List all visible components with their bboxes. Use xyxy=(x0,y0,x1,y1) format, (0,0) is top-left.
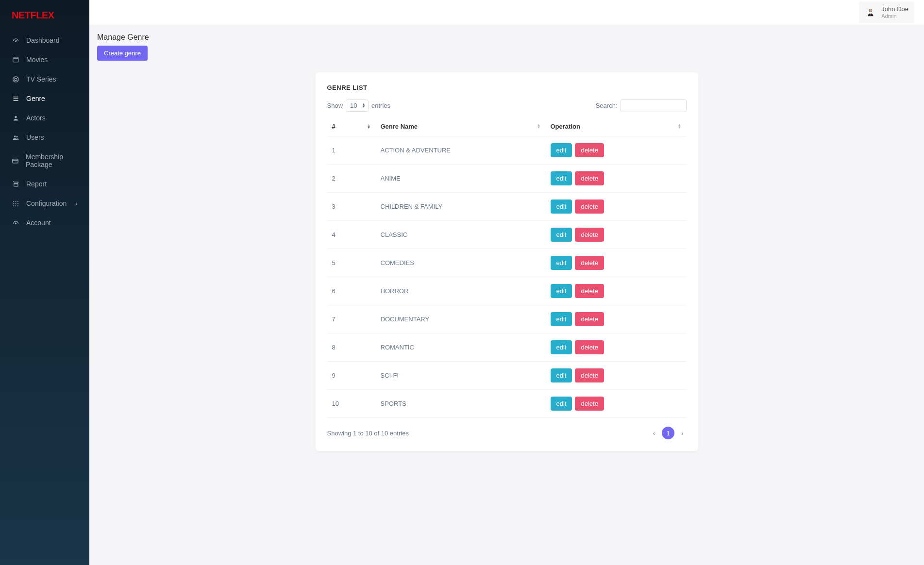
table-controls: Show 10 ▲▼ entries Search: xyxy=(327,99,687,112)
create-genre-button[interactable]: Create genre xyxy=(97,46,148,61)
search-control: Search: xyxy=(596,99,687,112)
sidebar-item-report[interactable]: Report xyxy=(0,174,89,194)
sidebar-item-label: Account xyxy=(26,219,51,227)
table-row: 2ANIMEeditdelete xyxy=(327,165,687,193)
row-number: 2 xyxy=(327,165,376,193)
row-genre-name: CLASSIC xyxy=(376,221,546,249)
row-operation: editdelete xyxy=(546,333,687,362)
delete-button[interactable]: delete xyxy=(575,284,604,298)
svg-rect-10 xyxy=(13,159,18,163)
svg-point-21 xyxy=(17,205,18,206)
edit-button[interactable]: edit xyxy=(551,199,572,214)
sort-icon: ▲▼ xyxy=(678,124,682,129)
row-genre-name: ACTION & ADVENTURE xyxy=(376,136,546,165)
svg-point-17 xyxy=(15,203,16,204)
table-row: 9SCI-FIeditdelete xyxy=(327,362,687,390)
table-row: 1ACTION & ADVENTUREeditdelete xyxy=(327,136,687,165)
logo-text: NETFLEX xyxy=(12,10,54,20)
delete-button[interactable]: delete xyxy=(575,312,604,326)
svg-point-15 xyxy=(17,201,18,202)
row-operation: editdelete xyxy=(546,193,687,221)
search-input[interactable] xyxy=(621,99,687,112)
table-row: 8ROMANTICeditdelete xyxy=(327,333,687,362)
edit-button[interactable]: edit xyxy=(551,340,572,354)
user-menu[interactable]: John Doe Admin xyxy=(859,1,914,23)
edit-button[interactable]: edit xyxy=(551,397,572,411)
sidebar-item-tvseries[interactable]: TV Series xyxy=(0,69,89,89)
row-number: 1 xyxy=(327,136,376,165)
svg-point-19 xyxy=(13,205,14,206)
genre-table: # ▲▼ Genre Name ▲▼ Operation ▲▼ xyxy=(327,117,687,418)
svg-point-16 xyxy=(13,203,14,204)
logo: NETFLEX xyxy=(0,0,89,31)
svg-point-13 xyxy=(13,201,14,202)
row-genre-name: ROMANTIC xyxy=(376,333,546,362)
delete-button[interactable]: delete xyxy=(575,397,604,411)
sidebar-item-account[interactable]: Account xyxy=(0,213,89,233)
tvseries-icon xyxy=(12,75,19,83)
sidebar-item-genre[interactable]: Genre xyxy=(0,89,89,108)
sidebar-item-label: Dashboard xyxy=(26,36,60,44)
svg-point-18 xyxy=(17,203,18,204)
dashboard-icon xyxy=(12,36,19,44)
row-number: 7 xyxy=(327,305,376,333)
delete-button[interactable]: delete xyxy=(575,368,604,382)
row-operation: editdelete xyxy=(546,277,687,305)
chevron-right-icon: › xyxy=(75,199,78,207)
svg-point-3 xyxy=(15,78,17,81)
delete-button[interactable]: delete xyxy=(575,228,604,242)
edit-button[interactable]: edit xyxy=(551,143,572,157)
delete-button[interactable]: delete xyxy=(575,199,604,214)
edit-button[interactable]: edit xyxy=(551,312,572,326)
delete-button[interactable]: delete xyxy=(575,256,604,270)
row-genre-name: ANIME xyxy=(376,165,546,193)
sort-icon: ▲▼ xyxy=(537,124,541,129)
content: Manage Genre Create genre GENRE LIST Sho… xyxy=(89,25,924,459)
show-label: Show xyxy=(327,102,343,109)
sidebar: NETFLEX DashboardMoviesTV SeriesGenreAct… xyxy=(0,0,89,565)
row-number: 3 xyxy=(327,193,376,221)
row-genre-name: HORROR xyxy=(376,277,546,305)
row-number: 5 xyxy=(327,249,376,277)
sidebar-item-dashboard[interactable]: Dashboard xyxy=(0,31,89,50)
report-icon xyxy=(12,180,19,188)
row-genre-name: DOCUMENTARY xyxy=(376,305,546,333)
prev-page-button[interactable]: ‹ xyxy=(650,430,658,437)
edit-button[interactable]: edit xyxy=(551,256,572,270)
sidebar-item-actors[interactable]: Actors xyxy=(0,108,89,128)
svg-point-7 xyxy=(15,116,17,117)
sidebar-item-configuration[interactable]: Configuration› xyxy=(0,194,89,213)
avatar-icon xyxy=(865,7,876,18)
svg-point-8 xyxy=(14,135,16,137)
actors-icon xyxy=(12,114,19,122)
length-select[interactable]: 10 xyxy=(346,100,369,112)
row-operation: editdelete xyxy=(546,390,687,418)
column-header-operation[interactable]: Operation ▲▼ xyxy=(546,117,687,136)
row-genre-name: COMEDIES xyxy=(376,249,546,277)
table-row: 6HORROReditdelete xyxy=(327,277,687,305)
delete-button[interactable]: delete xyxy=(575,340,604,354)
nav-list: DashboardMoviesTV SeriesGenreActorsUsers… xyxy=(0,31,89,233)
delete-button[interactable]: delete xyxy=(575,171,604,185)
page-number-button[interactable]: 1 xyxy=(662,427,674,439)
row-operation: editdelete xyxy=(546,221,687,249)
table-row: 7DOCUMENTARYeditdelete xyxy=(327,305,687,333)
svg-point-20 xyxy=(15,205,16,206)
sidebar-item-membership[interactable]: Membership Package xyxy=(0,147,89,174)
user-name: John Doe xyxy=(881,5,908,13)
delete-button[interactable]: delete xyxy=(575,143,604,157)
next-page-button[interactable]: › xyxy=(678,430,686,437)
user-role: Admin xyxy=(881,13,908,19)
sidebar-item-users[interactable]: Users xyxy=(0,128,89,147)
row-number: 8 xyxy=(327,333,376,362)
column-header-number[interactable]: # ▲▼ xyxy=(327,117,376,136)
sidebar-item-movies[interactable]: Movies xyxy=(0,50,89,69)
row-operation: editdelete xyxy=(546,136,687,165)
row-genre-name: SCI-FI xyxy=(376,362,546,390)
column-header-name[interactable]: Genre Name ▲▼ xyxy=(376,117,546,136)
edit-button[interactable]: edit xyxy=(551,368,572,382)
edit-button[interactable]: edit xyxy=(551,171,572,185)
sidebar-item-label: TV Series xyxy=(26,75,56,83)
edit-button[interactable]: edit xyxy=(551,228,572,242)
edit-button[interactable]: edit xyxy=(551,284,572,298)
